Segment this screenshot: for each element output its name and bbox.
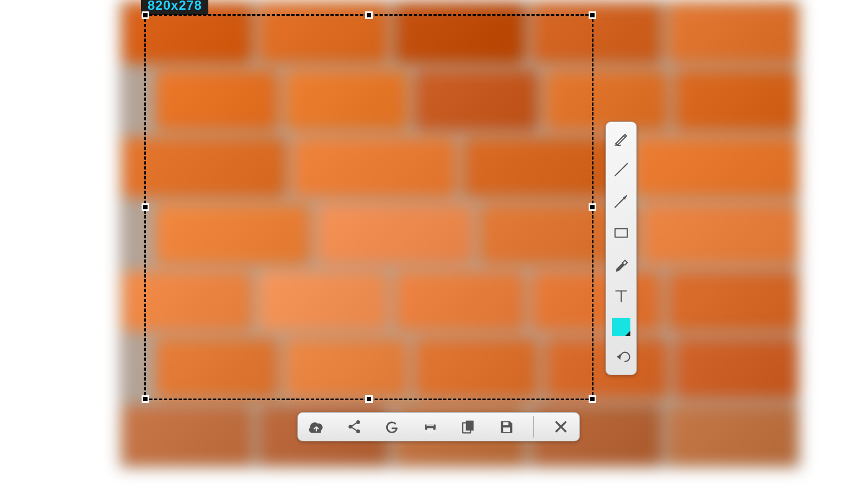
line-icon[interactable] bbox=[610, 159, 632, 181]
arrow-icon[interactable] bbox=[610, 190, 632, 212]
resize-handle-nw[interactable] bbox=[142, 11, 149, 19]
svg-rect-6 bbox=[427, 428, 433, 433]
google-icon[interactable] bbox=[381, 416, 403, 438]
resize-handle-se[interactable] bbox=[589, 395, 596, 403]
print-icon[interactable] bbox=[419, 416, 441, 438]
resize-handle-ne[interactable] bbox=[589, 11, 596, 19]
copy-icon[interactable] bbox=[457, 416, 479, 438]
svg-rect-8 bbox=[466, 421, 474, 431]
cloud-upload-icon[interactable] bbox=[305, 416, 327, 438]
svg-rect-9 bbox=[503, 427, 510, 432]
screenshot-stage: 820x278 bbox=[119, 0, 801, 468]
action-toolbar bbox=[297, 412, 580, 441]
undo-icon[interactable] bbox=[610, 348, 632, 369]
save-icon[interactable] bbox=[495, 416, 517, 438]
color-picker[interactable] bbox=[610, 316, 632, 338]
resize-handle-w[interactable] bbox=[142, 203, 149, 211]
svg-point-2 bbox=[356, 420, 360, 424]
svg-point-1 bbox=[348, 425, 352, 428]
selection-rectangle[interactable] bbox=[144, 14, 593, 400]
resize-handle-sw[interactable] bbox=[142, 395, 149, 403]
annotation-toolbar bbox=[605, 121, 637, 375]
resize-handle-e[interactable] bbox=[589, 203, 596, 211]
svg-rect-5 bbox=[427, 421, 433, 425]
rectangle-icon[interactable] bbox=[610, 222, 632, 243]
marker-icon[interactable] bbox=[610, 253, 632, 275]
svg-rect-0 bbox=[615, 229, 628, 237]
pencil-free-icon[interactable] bbox=[610, 127, 632, 149]
toolbar-divider bbox=[533, 416, 534, 438]
selection-dimensions: 820x278 bbox=[141, 0, 208, 15]
resize-handle-s[interactable] bbox=[365, 395, 373, 403]
svg-rect-10 bbox=[503, 422, 508, 426]
close-icon[interactable] bbox=[550, 416, 572, 438]
svg-point-3 bbox=[356, 429, 360, 433]
share-icon[interactable] bbox=[343, 416, 365, 438]
text-icon[interactable] bbox=[610, 285, 632, 306]
resize-handle-n[interactable] bbox=[365, 11, 373, 19]
